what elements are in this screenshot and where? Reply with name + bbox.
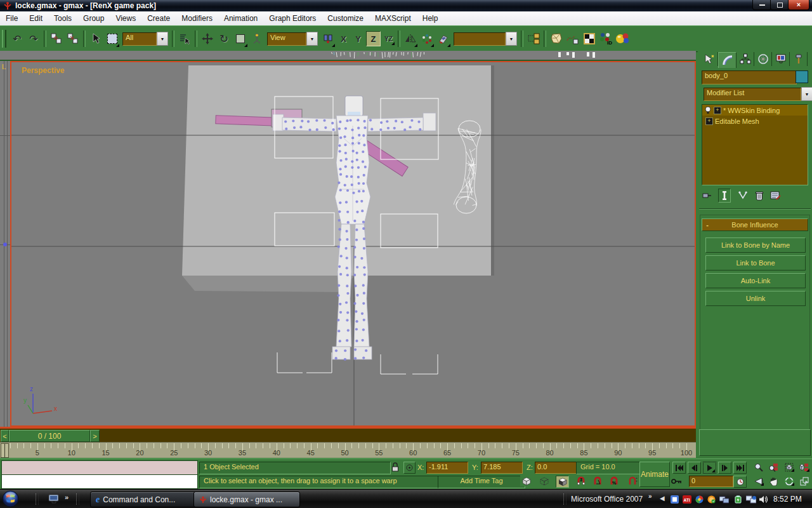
selection-filter-combo[interactable]: All ▼ [122,32,168,45]
top-viewport-sliver[interactable] [0,51,696,61]
tab-display[interactable] [772,52,790,66]
x-coord-field[interactable]: -1.911 [426,462,468,474]
modifier-stack-row-wwskin[interactable]: + * WWSkin Binding [702,105,808,116]
tray-icon-network-pc[interactable] [719,495,729,505]
y-coord-field[interactable]: 7.185 [481,462,523,474]
menu-modifiers[interactable]: Modifiers [176,12,218,25]
checker-cube-button[interactable] [556,476,569,488]
material-editor-button[interactable] [582,30,597,48]
object-name-field[interactable]: body_0 [702,70,797,84]
start-button[interactable] [2,490,19,508]
pivot-tripod-button[interactable] [249,30,265,48]
go-to-end-button[interactable] [733,462,747,474]
tab-create[interactable] [700,52,718,66]
min-max-toggle-button[interactable] [798,476,810,486]
close-button[interactable]: × [788,0,809,10]
expand-icon[interactable]: + [714,107,721,114]
undo-button[interactable]: ↶ [10,30,25,48]
remove-modifier-trash-icon[interactable] [755,190,764,201]
tab-motion[interactable] [754,52,772,66]
field-of-view-button[interactable] [752,476,764,486]
menu-customize[interactable]: Customize [322,12,369,25]
time-slider-prev-button[interactable]: < [1,430,9,442]
object-color-swatch[interactable] [796,70,808,83]
left-viewport-sliver[interactable]: L [0,61,10,427]
menu-help[interactable]: Help [417,12,444,25]
link-to-bone-by-name-button[interactable]: Link to Bone by Name [705,237,806,253]
dropdown-arrow-icon[interactable]: ▼ [801,87,812,101]
restore-button[interactable] [770,0,789,10]
select-object-button[interactable] [88,30,103,48]
unlink-button[interactable] [65,30,81,48]
configure-modifier-sets-icon[interactable] [770,190,782,201]
animate-button[interactable]: Animate [639,462,670,487]
tray-icon-catalyst[interactable] [695,495,704,505]
restrict-plane-button[interactable]: YZ [382,32,395,46]
tray-icon-app[interactable] [671,495,679,505]
viewport-label[interactable]: Perspective [22,66,64,75]
menu-graph-editors[interactable]: Graph Editors [263,12,322,25]
play-button[interactable] [703,462,716,474]
taskbar-task-gmax[interactable]: locke.gmax - gmax ... [193,491,300,507]
link-to-bone-button[interactable]: Link to Bone [705,255,806,271]
tray-icon-ati[interactable]: ATI [683,495,691,505]
arc-rotate-button[interactable] [783,476,795,486]
restrict-z-button[interactable]: Z [366,31,381,46]
percent-snap-button[interactable]: % [608,476,620,486]
time-slider-button[interactable]: 0 / 100 [9,430,90,442]
current-frame-field[interactable]: 0 [689,476,733,487]
absolute-offset-toggle[interactable] [403,462,416,474]
track-bar[interactable]: 5101520253035404550556065707580859095100 [0,442,696,458]
rollout-collapse-icon[interactable]: - [702,221,712,229]
tray-icon-update[interactable] [707,495,716,505]
z-coord-field[interactable]: 0.0 [535,462,577,474]
auto-link-button[interactable]: Auto-Link [705,273,806,288]
curve-editor-button[interactable] [565,30,580,48]
unlink-button-rollout[interactable]: Unlink [705,291,806,306]
zoom-extents-all-button[interactable] [798,462,810,472]
dropdown-arrow-icon[interactable]: ▼ [306,32,318,46]
use-center-button[interactable] [320,30,336,48]
previous-frame-button[interactable] [688,462,701,474]
modifier-stack-row-editable-mesh[interactable]: + Editable Mesh [702,116,808,126]
quicklaunch-grip[interactable] [36,493,39,505]
office-toolbar-label[interactable]: Microsoft Office 2007 [571,495,643,504]
tab-modify[interactable] [718,52,737,68]
maxscript-mini-listener-pink[interactable] [1,460,198,475]
modifier-list-dropdown[interactable]: Modifier List ▼ [704,88,812,100]
add-time-tag[interactable]: Add Time Tag [438,476,525,488]
show-desktop-button[interactable] [48,494,60,505]
time-slider-next-button[interactable]: > [90,430,100,442]
select-and-link-button[interactable] [49,30,64,48]
dotted-cube-button[interactable] [538,476,550,486]
degradation-override-button[interactable] [520,476,532,486]
maxscript-mini-listener-white[interactable] [1,474,198,489]
make-unique-icon[interactable] [737,190,749,201]
tray-icon-network[interactable] [746,495,756,505]
snap-toggle-3d-button[interactable]: 3 [575,476,587,486]
title-bar[interactable]: locke.gmax - gmax - [RenX game pack] × [0,0,812,11]
selection-lock-toggle[interactable] [391,462,400,474]
menu-tools[interactable]: Tools [48,12,77,25]
dropdown-arrow-icon[interactable]: ▼ [157,32,168,46]
go-to-start-button[interactable] [672,462,686,474]
taskbar-task-command-and-conquer[interactable]: e Command and Con... [90,491,202,507]
angle-snap-button[interactable] [591,476,603,486]
expand-icon[interactable]: + [705,117,713,125]
pin-stack-icon[interactable] [702,190,712,201]
restrict-y-button[interactable]: Y [351,32,365,46]
zoom-all-button[interactable] [768,462,780,472]
set-key-button[interactable] [670,476,682,486]
toolbar-grip[interactable] [2,30,6,48]
array-button[interactable] [419,30,435,48]
select-by-name-button[interactable] [177,30,192,48]
menu-file[interactable]: File [0,12,23,25]
reference-coordsys-combo[interactable]: View ▼ [267,32,318,45]
restrict-x-button[interactable]: X [337,32,350,46]
mirror-button[interactable] [403,30,418,48]
dropdown-arrow-icon[interactable]: ▼ [506,32,517,46]
menu-views[interactable]: Views [110,12,141,25]
zoom-button[interactable] [752,462,764,472]
named-selection-combo[interactable]: ▼ [454,32,517,45]
next-frame-button[interactable] [718,462,731,474]
